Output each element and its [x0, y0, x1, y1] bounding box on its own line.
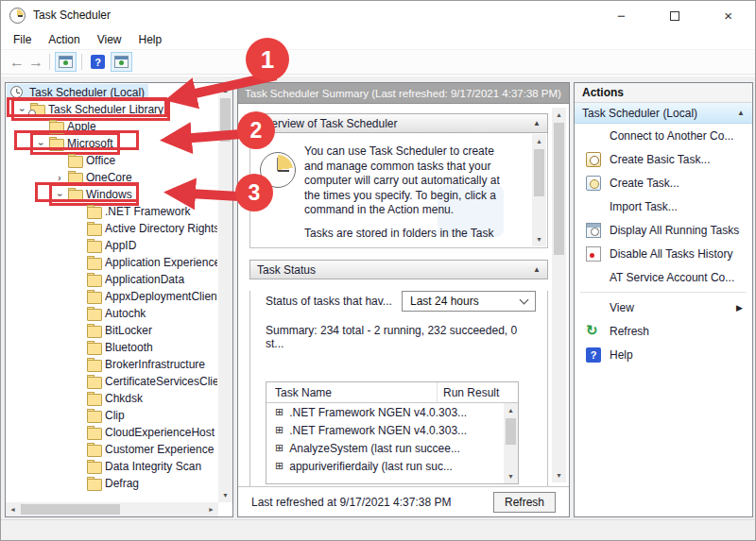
collapse-up-icon[interactable]: ▲ — [533, 265, 541, 274]
tree-item-label: Application Experience — [102, 256, 217, 269]
expand-plus-icon[interactable]: ⊞ — [275, 442, 284, 454]
show-hide-action-pane-button[interactable] — [111, 52, 132, 72]
action-create-task[interactable]: Create Task... — [575, 171, 752, 194]
tree-item-customer-experience-improvement[interactable]: Customer Experience Improvement — [7, 441, 217, 458]
action-create-basic-task[interactable]: Create Basic Task... — [575, 147, 752, 171]
tree-item-task-scheduler-library[interactable]: ›Task Scheduler Library — [7, 101, 217, 118]
column-task-name[interactable]: Task Name — [266, 386, 437, 399]
tree-item-active-directory-rights[interactable]: Active Directory Rights — [7, 220, 217, 237]
maximize-button[interactable] — [659, 8, 691, 24]
tree-item-microsoft[interactable]: ›Microsoft — [7, 135, 217, 152]
tree-item-application-experience[interactable]: Application Experience — [7, 254, 217, 271]
action-import-task[interactable]: Import Task... — [575, 194, 752, 218]
scrollbar-thumb[interactable] — [220, 98, 231, 142]
task-row[interactable]: ⊞AnalyzeSystem (last run succee... — [266, 439, 504, 457]
expand-plus-icon[interactable]: ⊞ — [275, 424, 284, 436]
scrollbar-thumb[interactable] — [21, 504, 120, 515]
expand-plus-icon[interactable]: ⊞ — [275, 406, 284, 418]
scroll-left-icon[interactable]: ◄ — [6, 502, 20, 516]
scroll-up-icon[interactable]: ▲ — [532, 134, 546, 148]
column-run-result[interactable]: Run Result — [437, 382, 518, 402]
toolbar-separator — [49, 54, 50, 70]
chevron-down-icon[interactable]: › — [55, 187, 65, 202]
chevron-right-icon[interactable]: › — [52, 173, 67, 183]
tree-item-appid[interactable]: AppID — [7, 237, 217, 254]
scroll-right-icon[interactable]: ► — [204, 502, 218, 516]
minimize-button[interactable]: − — [605, 8, 637, 24]
action-connect-to-another-co[interactable]: Connect to Another Co... — [575, 124, 752, 147]
tree-item-task-scheduler-local[interactable]: Task Scheduler (Local) — [7, 84, 217, 101]
chevron-down-icon[interactable]: › — [36, 136, 46, 151]
overview-scrollbar[interactable]: ▲ ▼ — [532, 134, 546, 246]
scrollbar-thumb[interactable] — [506, 418, 516, 445]
show-hide-console-tree-button[interactable] — [55, 52, 77, 72]
task-row[interactable]: ⊞.NET Framework NGEN v4.0.303... — [266, 421, 504, 439]
close-button[interactable]: × — [713, 8, 745, 24]
action-help[interactable]: Help — [575, 343, 752, 366]
scroll-up-icon[interactable]: ▲ — [218, 83, 232, 97]
task-row[interactable]: ⊞appuriverifierdaily (last run suc... — [266, 457, 504, 475]
tree-item-data-integrity-scan[interactable]: Data Integrity Scan — [7, 458, 217, 475]
tree-item-appxdeploymentclient[interactable]: AppxDeploymentClient — [7, 288, 217, 305]
scrollbar-thumb[interactable] — [554, 123, 564, 255]
overview-section-header[interactable]: Overview of Task Scheduler ▲ — [249, 113, 548, 133]
expand-plus-icon[interactable]: ⊞ — [275, 460, 284, 472]
scroll-down-icon[interactable]: ▼ — [504, 469, 518, 483]
tree-item-autochk[interactable]: Autochk — [7, 305, 217, 322]
scrollbar-thumb[interactable] — [534, 149, 544, 196]
collapse-up-icon[interactable]: ▲ — [533, 119, 541, 127]
tree-item-label: Microsoft — [64, 137, 113, 150]
tree-item-bitlocker[interactable]: BitLocker — [7, 322, 217, 339]
summary-scrollbar[interactable]: ▲ ▼ — [552, 108, 566, 482]
menu-help[interactable]: Help — [130, 31, 171, 48]
actions-group-header[interactable]: Task Scheduler (Local) ▲ — [575, 103, 752, 124]
task-status-title: Task Status — [257, 263, 316, 277]
action-refresh[interactable]: Refresh — [575, 319, 752, 343]
tree-item-applicationdata[interactable]: ApplicationData — [7, 271, 217, 288]
action-disable-all-tasks-history[interactable]: Disable All Tasks History — [575, 242, 752, 265]
tree-vertical-scrollbar[interactable]: ▲ ▼ — [218, 83, 232, 502]
folder-icon — [86, 477, 102, 490]
scroll-up-icon[interactable]: ▲ — [504, 403, 518, 417]
tree-item-cloudexperiencehost[interactable]: CloudExperienceHost — [7, 424, 217, 441]
action-at-service-account-co[interactable]: AT Service Account Co... — [575, 265, 752, 289]
task-status-section-header[interactable]: Task Status ▲ — [249, 260, 548, 279]
collapse-up-icon[interactable]: ▲ — [737, 109, 745, 117]
scroll-up-icon[interactable]: ▲ — [552, 108, 566, 122]
tree-item-inner: AppID — [71, 237, 140, 254]
tree-item-apple[interactable]: Apple — [7, 118, 217, 135]
task-row[interactable]: ⊞.NET Framework NGEN v4.0.303... — [266, 403, 504, 421]
tree-item-inner: Data Integrity Scan — [71, 458, 205, 475]
action-display-all-running-tasks[interactable]: Display All Running Tasks — [575, 218, 752, 242]
forward-arrow-icon[interactable]: → — [26, 54, 45, 71]
tree-item-clip[interactable]: Clip — [7, 407, 217, 424]
tree-item-brokerinfrastructure[interactable]: BrokerInfrastructure — [7, 356, 217, 373]
tree-item-certificateservicesclient[interactable]: CertificateServicesClient — [7, 373, 217, 390]
refresh-button[interactable]: Refresh — [493, 492, 556, 513]
chevron-down-icon[interactable]: › — [17, 102, 27, 117]
tree-item-windows[interactable]: ›Windows — [7, 186, 217, 203]
tree-item-chkdsk[interactable]: Chkdsk — [7, 390, 217, 407]
menu-view[interactable]: View — [89, 31, 130, 48]
tree-item-net-framework[interactable]: .NET Framework — [7, 203, 217, 220]
tree-item-label: Office — [83, 154, 115, 167]
time-period-dropdown[interactable]: Last 24 hours — [402, 291, 536, 312]
scroll-down-icon[interactable]: ▼ — [218, 488, 232, 502]
no-icon — [586, 199, 601, 214]
action-pane-icon — [114, 56, 129, 68]
tree-item-onecore[interactable]: ›OneCore — [7, 169, 217, 186]
menu-action[interactable]: Action — [40, 31, 88, 48]
menu-file[interactable]: File — [5, 31, 40, 48]
scroll-down-icon[interactable]: ▼ — [532, 232, 546, 246]
tree-item-office[interactable]: Office — [7, 152, 217, 169]
tree-item-inner: Application Experience — [71, 254, 217, 271]
back-arrow-icon[interactable]: ← — [8, 54, 26, 71]
help-toolbar-button[interactable]: ? — [87, 52, 109, 72]
scroll-down-icon[interactable]: ▼ — [552, 468, 566, 482]
action-view[interactable]: View▶ — [575, 296, 752, 319]
table-scrollbar[interactable]: ▲ ▼ — [504, 403, 518, 483]
tree-item-bluetooth[interactable]: Bluetooth — [7, 339, 217, 356]
tree-item-defrag[interactable]: Defrag — [7, 475, 217, 492]
tree-horizontal-scrollbar[interactable]: ◄ ► — [6, 502, 218, 516]
overview-title: Overview of Task Scheduler — [257, 117, 398, 130]
